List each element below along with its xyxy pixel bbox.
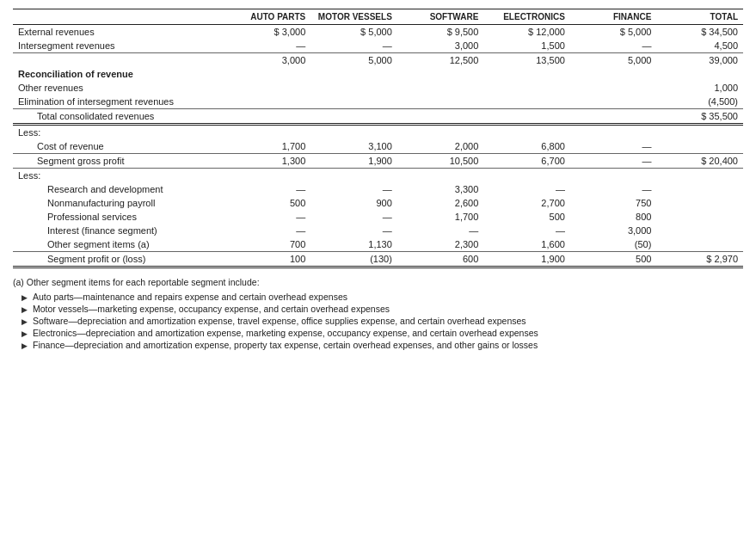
- header-motor-vessels: MOTOR VESSELS: [310, 9, 397, 25]
- row-value: 2,700: [483, 196, 570, 210]
- row-label: [13, 53, 224, 68]
- row-value: [656, 125, 743, 140]
- row-value: (4,500): [656, 95, 743, 109]
- table-row: Segment profit or (loss)100(130)6001,900…: [13, 252, 743, 267]
- row-value: 750: [570, 196, 657, 210]
- row-value: —: [570, 154, 657, 169]
- row-label: Less:: [13, 169, 224, 183]
- arrow-icon: ▶: [22, 329, 28, 338]
- row-value: [310, 81, 397, 95]
- table-row: Less:: [13, 169, 743, 183]
- row-label: Research and development: [13, 182, 224, 196]
- row-value: 1,900: [483, 252, 570, 267]
- header-auto-parts: AUTO PARTS: [224, 9, 311, 25]
- bullet-text: Finance—depreciation and amortization ex…: [33, 340, 538, 350]
- arrow-icon: ▶: [22, 341, 28, 350]
- row-value: [656, 224, 743, 237]
- row-value: [570, 125, 657, 140]
- header-software: SOFTWARE: [397, 9, 484, 25]
- row-value: 12,500: [397, 53, 484, 68]
- row-value: 3,000: [397, 39, 484, 53]
- list-item: ▶Finance—depreciation and amortization e…: [22, 339, 743, 351]
- row-value: (130): [310, 252, 397, 267]
- row-value: [224, 125, 311, 140]
- row-value: [224, 109, 311, 125]
- row-value: [656, 169, 743, 183]
- row-value: [483, 109, 570, 125]
- row-value: [656, 182, 743, 196]
- row-value: 3,000: [224, 53, 311, 68]
- table-row: Total consolidated revenues$ 35,500: [13, 109, 743, 125]
- list-item: ▶Auto parts—maintenance and repairs expe…: [22, 291, 743, 303]
- row-value: [397, 67, 484, 81]
- row-value: $ 5,000: [570, 25, 657, 40]
- row-value: —: [310, 224, 397, 237]
- table-row: Professional services——1,700500800: [13, 210, 743, 224]
- row-value: —: [310, 182, 397, 196]
- row-value: —: [224, 210, 311, 224]
- table-row: Segment gross profit1,3001,90010,5006,70…: [13, 154, 743, 169]
- row-value: 4,500: [656, 39, 743, 53]
- row-value: —: [224, 182, 311, 196]
- row-value: —: [310, 39, 397, 53]
- table-row: Less:: [13, 125, 743, 140]
- row-value: [483, 81, 570, 95]
- row-value: 900: [310, 196, 397, 210]
- row-value: [310, 109, 397, 125]
- row-value: 13,500: [483, 53, 570, 68]
- row-label: Elimination of intersegment revenues: [13, 95, 224, 109]
- row-value: [570, 169, 657, 183]
- row-value: 500: [570, 252, 657, 267]
- row-value: $ 9,500: [397, 25, 484, 40]
- table-row: Other revenues1,000: [13, 81, 743, 95]
- table-row: Elimination of intersegment revenues(4,5…: [13, 95, 743, 109]
- arrow-icon: ▶: [22, 293, 28, 302]
- row-value: [656, 210, 743, 224]
- arrow-icon: ▶: [22, 305, 28, 314]
- row-label: Segment profit or (loss): [13, 252, 224, 267]
- row-label: Professional services: [13, 210, 224, 224]
- row-value: [310, 169, 397, 183]
- row-value: 500: [483, 210, 570, 224]
- row-value: $ 3,000: [224, 25, 311, 40]
- row-value: [570, 81, 657, 95]
- row-value: [397, 109, 484, 125]
- row-value: [656, 139, 743, 154]
- row-label: Less:: [13, 125, 224, 140]
- row-value: 2,300: [397, 237, 484, 252]
- row-value: —: [483, 224, 570, 237]
- row-value: —: [224, 224, 311, 237]
- row-value: 6,800: [483, 139, 570, 154]
- row-value: $ 35,500: [656, 109, 743, 125]
- row-value: [224, 169, 311, 183]
- row-value: 600: [397, 252, 484, 267]
- table-row: Reconciliation of revenue: [13, 67, 743, 81]
- row-label: External revenues: [13, 25, 224, 40]
- row-value: 500: [224, 196, 311, 210]
- header-finance: FINANCE: [570, 9, 657, 25]
- row-value: 1,130: [310, 237, 397, 252]
- row-value: 3,100: [310, 139, 397, 154]
- row-value: [483, 67, 570, 81]
- row-value: [570, 109, 657, 125]
- table-row: External revenues$ 3,000$ 5,000$ 9,500$ …: [13, 25, 743, 40]
- row-value: [310, 67, 397, 81]
- row-value: —: [483, 182, 570, 196]
- row-value: [397, 125, 484, 140]
- row-value: [656, 67, 743, 81]
- row-value: $ 5,000: [310, 25, 397, 40]
- row-value: 5,000: [570, 53, 657, 68]
- row-value: —: [397, 224, 484, 237]
- row-value: [483, 95, 570, 109]
- row-value: —: [570, 39, 657, 53]
- bullet-text: Software—depreciation and amortization e…: [33, 316, 526, 326]
- header-total: TOTAL: [656, 9, 743, 25]
- footnote-header: (a) Other segment items for each reporta…: [13, 277, 743, 287]
- list-item: ▶Motor vessels—marketing expense, occupa…: [22, 303, 743, 315]
- row-value: 5,000: [310, 53, 397, 68]
- row-value: [310, 125, 397, 140]
- list-item: ▶Electronics—depreciation and amortizati…: [22, 327, 743, 339]
- row-label: Intersegment revenues: [13, 39, 224, 53]
- row-value: 1,900: [310, 154, 397, 169]
- row-label: Total consolidated revenues: [13, 109, 224, 125]
